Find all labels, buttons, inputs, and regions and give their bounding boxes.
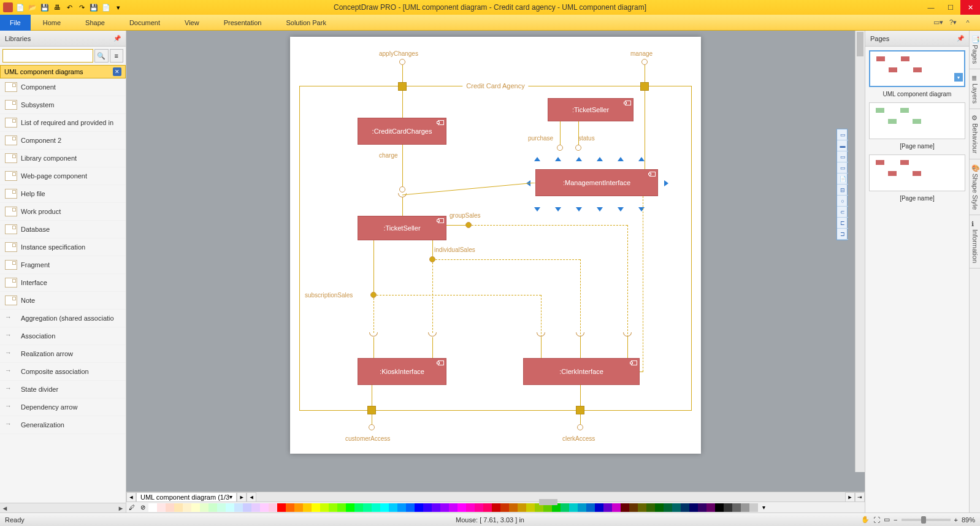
smart-action-panel[interactable]: ▭ ▬ ▭ ▭ 📄 ⊟ ○ ⊂ ⊏ ⊐ bbox=[836, 129, 848, 240]
component-ticket-seller-1[interactable]: :TicketSeller bbox=[548, 98, 634, 121]
color-swatch[interactable] bbox=[157, 503, 166, 512]
color-swatch[interactable] bbox=[724, 503, 732, 512]
sheet-tab[interactable]: UML component diagram (1/3 ▾ bbox=[136, 492, 237, 502]
library-close-icon[interactable]: ✕ bbox=[113, 67, 121, 76]
color-swatch[interactable] bbox=[243, 503, 251, 512]
page-thumbnail[interactable]: ▾ bbox=[869, 50, 965, 87]
port[interactable] bbox=[576, 406, 584, 414]
smart-btn-3[interactable]: ▭ bbox=[837, 151, 848, 162]
qat-undo-icon[interactable]: ↶ bbox=[64, 2, 75, 13]
interface-lollipop[interactable] bbox=[577, 424, 583, 430]
color-swatch[interactable] bbox=[303, 503, 312, 512]
selection-handle[interactable] bbox=[534, 157, 540, 161]
selection-handle[interactable] bbox=[555, 157, 561, 161]
interface-lollipop[interactable] bbox=[641, 59, 648, 65]
color-swatch[interactable] bbox=[406, 503, 415, 512]
color-swatch[interactable] bbox=[457, 503, 466, 512]
color-swatch[interactable] bbox=[183, 503, 191, 512]
library-item[interactable]: Instance specification bbox=[0, 238, 126, 256]
library-item[interactable]: Component bbox=[0, 78, 126, 96]
library-item[interactable]: Help file bbox=[0, 185, 126, 203]
status-tool-page-icon[interactable]: ▭ bbox=[884, 516, 890, 524]
smart-btn-5[interactable]: 📄 bbox=[837, 173, 848, 185]
color-swatch[interactable] bbox=[320, 503, 329, 512]
color-swatch[interactable] bbox=[664, 503, 672, 512]
sheet-nav-first[interactable]: ◄ bbox=[126, 492, 136, 502]
qat-page-icon[interactable]: 📄 bbox=[101, 2, 112, 13]
page-thumbnail[interactable] bbox=[869, 154, 965, 191]
library-item[interactable]: Note bbox=[0, 292, 126, 310]
color-swatch[interactable] bbox=[706, 503, 715, 512]
color-swatch[interactable] bbox=[646, 503, 655, 512]
color-swatch[interactable] bbox=[372, 503, 380, 512]
color-swatch[interactable] bbox=[492, 503, 500, 512]
smart-btn-8[interactable]: ⊂ bbox=[837, 207, 848, 218]
selection-handle[interactable] bbox=[638, 157, 645, 161]
ribbon-tab-shape[interactable]: Shape bbox=[73, 16, 117, 29]
color-swatch[interactable] bbox=[423, 503, 432, 512]
port[interactable] bbox=[640, 82, 649, 91]
page-dropdown-icon[interactable]: ▾ bbox=[954, 73, 963, 82]
color-swatch[interactable] bbox=[277, 503, 286, 512]
color-swatch[interactable] bbox=[475, 503, 483, 512]
color-swatch[interactable] bbox=[483, 503, 492, 512]
color-swatch[interactable] bbox=[603, 503, 612, 512]
color-swatch[interactable] bbox=[432, 503, 440, 512]
side-tab-layers[interactable]: ≣Layers bbox=[970, 69, 980, 109]
canvas-vscroll[interactable] bbox=[855, 31, 865, 472]
app-menu-icon[interactable] bbox=[2, 2, 13, 13]
color-swatch[interactable] bbox=[260, 503, 269, 512]
color-swatch[interactable] bbox=[732, 503, 741, 512]
library-item[interactable]: Generalization bbox=[0, 416, 126, 434]
palette-nofill-icon[interactable]: ⊘ bbox=[137, 503, 148, 513]
color-swatch[interactable] bbox=[294, 503, 303, 512]
library-item[interactable]: Component 2 bbox=[0, 132, 126, 150]
color-swatch[interactable] bbox=[638, 503, 646, 512]
color-swatch[interactable] bbox=[200, 503, 209, 512]
color-swatch[interactable] bbox=[655, 503, 664, 512]
color-swatch[interactable] bbox=[389, 503, 397, 512]
qat-open-icon[interactable]: 📂 bbox=[27, 2, 38, 13]
color-swatch[interactable] bbox=[174, 503, 183, 512]
component-management-interface[interactable]: :ManagementInterface bbox=[535, 169, 658, 196]
library-search-input[interactable] bbox=[2, 49, 93, 63]
smart-btn-10[interactable]: ⊐ bbox=[837, 229, 848, 240]
library-item[interactable]: Association bbox=[0, 327, 126, 345]
color-swatch[interactable] bbox=[337, 503, 346, 512]
ribbon-help-icon[interactable]: ?▾ bbox=[948, 18, 958, 28]
side-tab-pages[interactable]: 📑Pages bbox=[970, 31, 980, 69]
color-swatch[interactable] bbox=[166, 503, 174, 512]
pin-icon[interactable]: 📌 bbox=[113, 35, 121, 42]
pin-icon[interactable]: 📌 bbox=[957, 35, 964, 42]
interface-lollipop[interactable] bbox=[557, 145, 563, 151]
library-item[interactable]: Work product bbox=[0, 203, 126, 221]
color-swatch[interactable] bbox=[689, 503, 698, 512]
color-swatch[interactable] bbox=[286, 503, 294, 512]
close-button[interactable]: ✕ bbox=[960, 0, 980, 15]
color-swatch[interactable] bbox=[595, 503, 603, 512]
scroll-right-icon[interactable]: ► bbox=[116, 505, 126, 512]
color-swatch[interactable] bbox=[209, 503, 217, 512]
color-swatch[interactable] bbox=[191, 503, 200, 512]
qat-save2-icon[interactable]: 💾 bbox=[88, 2, 99, 13]
component-clerk-interface[interactable]: :ClerkInterface bbox=[523, 358, 640, 385]
qat-save-icon[interactable]: 💾 bbox=[39, 2, 50, 13]
library-item[interactable]: Dependency arrow bbox=[0, 398, 126, 416]
ribbon-collapse-icon[interactable]: ^ bbox=[963, 18, 973, 28]
selection-handle[interactable] bbox=[526, 180, 530, 186]
diagram-canvas[interactable]: applyChanges manage Credit Card Agency bbox=[290, 37, 701, 454]
color-swatch[interactable] bbox=[672, 503, 681, 512]
page-thumbnail[interactable] bbox=[869, 102, 965, 139]
color-swatch[interactable] bbox=[269, 503, 277, 512]
selection-handle[interactable] bbox=[618, 207, 624, 212]
color-swatch[interactable] bbox=[217, 503, 226, 512]
libraries-hscroll[interactable]: ◄ ► bbox=[0, 503, 126, 513]
color-swatch[interactable] bbox=[363, 503, 372, 512]
color-swatch[interactable] bbox=[715, 503, 724, 512]
palette-more-icon[interactable]: ▾ bbox=[758, 503, 769, 513]
interface-lollipop[interactable] bbox=[399, 186, 405, 192]
qat-print-icon[interactable]: 🖶 bbox=[52, 2, 63, 13]
color-swatch[interactable] bbox=[578, 503, 586, 512]
color-swatch[interactable] bbox=[561, 503, 569, 512]
interface-ball[interactable] bbox=[465, 222, 472, 228]
